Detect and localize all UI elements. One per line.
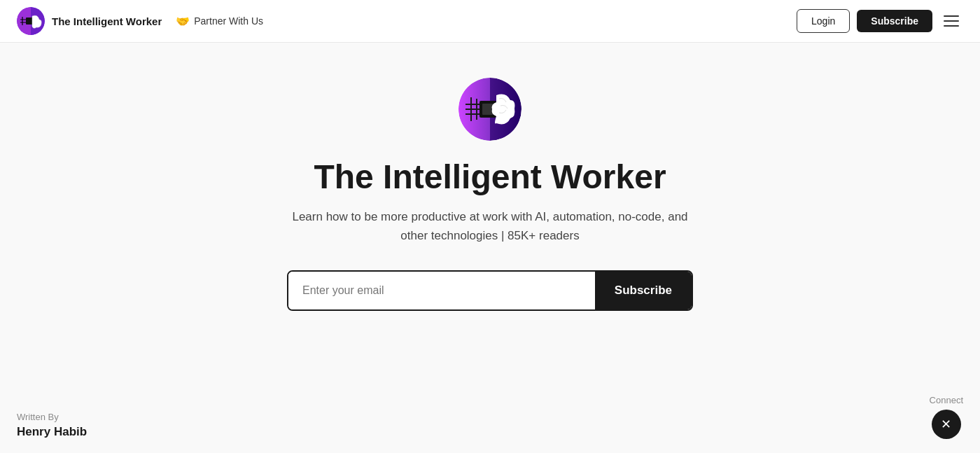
- footer-author-section: Written By Henry Habib: [17, 412, 87, 439]
- brand-logo-link[interactable]: The Intelligent Worker: [17, 7, 162, 35]
- subscribe-main-button[interactable]: Subscribe: [595, 272, 692, 309]
- written-by-label: Written By: [17, 412, 87, 422]
- site-header: The Intelligent Worker 🤝 Partner With Us…: [0, 0, 980, 43]
- menu-line-3: [944, 25, 959, 27]
- header-right: Login Subscribe: [797, 9, 963, 33]
- newsletter-title: The Intelligent Worker: [314, 158, 666, 196]
- brand-logo-image: [17, 7, 45, 35]
- partner-emoji-icon: 🤝: [176, 15, 190, 28]
- hamburger-menu-button[interactable]: [939, 11, 963, 31]
- menu-line-2: [944, 20, 959, 22]
- menu-line-1: [944, 15, 959, 17]
- svg-rect-13: [482, 104, 493, 115]
- login-button[interactable]: Login: [797, 9, 850, 33]
- connect-widget: Connect ✕: [930, 395, 963, 439]
- header-left: The Intelligent Worker 🤝 Partner With Us: [17, 7, 263, 35]
- partner-label-text: Partner With Us: [194, 15, 263, 27]
- newsletter-subtitle: Learn how to be more productive at work …: [280, 207, 700, 245]
- connect-close-button[interactable]: ✕: [932, 410, 961, 439]
- email-input[interactable]: [288, 272, 595, 309]
- subscribe-form: Subscribe: [287, 270, 693, 311]
- brand-name-text: The Intelligent Worker: [52, 15, 162, 27]
- subscribe-header-button[interactable]: Subscribe: [857, 10, 932, 32]
- newsletter-logo: [458, 78, 522, 141]
- partner-with-us-link[interactable]: 🤝 Partner With Us: [176, 15, 263, 28]
- main-content: The Intelligent Worker Learn how to be m…: [0, 43, 980, 311]
- author-name: Henry Habib: [17, 425, 87, 439]
- connect-label: Connect: [930, 395, 963, 405]
- svg-rect-5: [26, 18, 33, 25]
